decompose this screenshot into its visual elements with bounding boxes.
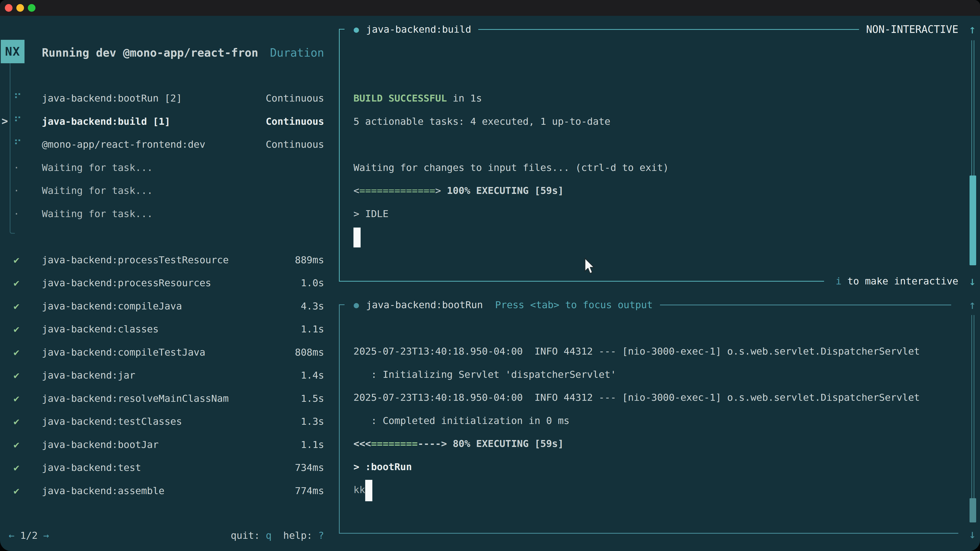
check-icon: ✔ — [14, 364, 19, 387]
task-duration: 1.0s — [301, 272, 324, 295]
task-duration: 1.3s — [301, 410, 324, 433]
task-row[interactable]: · Waiting for task... — [0, 156, 339, 179]
build-time-text: in 1s — [447, 93, 482, 104]
task-row[interactable]: ✔ java-backend:processTestResource 889ms — [0, 248, 339, 272]
pager: ← 1/2 → — [9, 530, 49, 541]
task-row[interactable]: ✔ java-backend:bootJar 1.1s — [0, 433, 339, 456]
bootrun-scroll-down-icon[interactable]: ↓ — [965, 523, 980, 546]
build-scrollbar-track[interactable] — [971, 40, 974, 176]
progress-status-text: 80% EXECUTING [59s] — [447, 438, 564, 449]
bootrun-pane-output: 2025-07-23T13:40:18.950-04:00 INFO 44312… — [353, 340, 920, 502]
check-icon: ✔ — [14, 318, 19, 341]
task-duration: 1.5s — [301, 387, 324, 410]
waiting-dot-icon: · — [14, 156, 19, 179]
task-row[interactable]: ✔ java-backend:testClasses 1.3s — [0, 410, 339, 433]
task-label: java-backend:classes — [42, 318, 159, 341]
check-icon: ✔ — [14, 248, 19, 272]
bootrun-pane-title: java-backend:bootRun — [366, 299, 483, 310]
bootrun-scrollbar-track[interactable] — [971, 315, 974, 498]
task-row[interactable]: ✔ java-backend:assemble 774ms — [0, 479, 339, 503]
check-icon: ✔ — [14, 433, 19, 456]
spinner-icon: ⠋ — [14, 110, 22, 133]
task-label: java-backend:jar — [42, 364, 135, 387]
task-duration: 889ms — [295, 248, 324, 272]
progress-bar-start: < — [353, 185, 360, 196]
task-row[interactable]: ✔ java-backend:processResources 1.0s — [0, 272, 339, 295]
mouse-cursor — [584, 258, 597, 276]
build-successful-text: BUILD SUCCESSFUL — [353, 93, 447, 104]
task-label: Waiting for task... — [42, 202, 153, 225]
task-duration: 1.4s — [301, 364, 324, 387]
interactive-hint-key: i — [836, 275, 842, 287]
build-scroll-down-icon[interactable]: ↓ — [965, 270, 980, 292]
minimize-window-button[interactable] — [16, 4, 24, 12]
help-key: ? — [318, 530, 324, 541]
task-label: java-backend:bootRun [2] — [42, 87, 182, 110]
close-window-button[interactable] — [5, 4, 13, 12]
task-row[interactable]: ✔ java-backend:compileJava 4.3s — [0, 295, 339, 318]
progress-bar-start: <<< — [353, 438, 371, 449]
build-scroll-up-icon[interactable]: ↑ — [965, 18, 980, 41]
pager-page-indicator: 1/2 — [20, 530, 38, 541]
task-row[interactable]: ⠋ @mono-app/react-frontend:dev Continuou… — [0, 133, 339, 156]
task-duration: 1.1s — [301, 433, 324, 456]
task-row[interactable]: ✔ java-backend:resolveMainClassNam 1.5s — [0, 387, 339, 410]
bootrun-pane-bottom-border — [339, 533, 958, 534]
keyboard-hints: quit: q help: ? — [196, 519, 324, 551]
build-scrollbar-thumb[interactable] — [969, 176, 976, 265]
task-row[interactable]: ⠋ java-backend:bootRun [2] Continuous — [0, 87, 339, 110]
log-line: 2025-07-23T13:40:18.950-04:00 INFO 44312… — [353, 340, 920, 363]
task-row[interactable]: ✔ java-backend:compileTestJava 808ms — [0, 341, 339, 364]
nx-logo-text: NX — [5, 44, 20, 59]
check-icon: ✔ — [14, 456, 19, 479]
run-command-title: Running dev @mono-app/react-fron — [42, 46, 258, 59]
actionable-tasks-line: 5 actionable tasks: 4 executed, 1 up-to-… — [353, 110, 669, 133]
task-label: java-backend:assemble — [42, 479, 164, 503]
nx-logo: NX — [1, 40, 24, 63]
build-pane-output: BUILD SUCCESSFUL in 1s 5 actionable task… — [353, 87, 669, 248]
log-line: : Initializing Servlet 'dispatcherServle… — [353, 363, 920, 386]
task-status-dot-icon: ● — [354, 24, 359, 35]
bootrun-scroll-up-icon[interactable]: ↑ — [965, 293, 980, 316]
build-pane-header-rule — [478, 29, 859, 30]
bootrun-prompt-line: > :bootRun — [353, 455, 920, 478]
waiting-for-changes-line: Waiting for changes to input files... (c… — [353, 156, 669, 179]
task-row[interactable]: ✔ java-backend:jar 1.4s — [0, 364, 339, 387]
pager-prev-icon[interactable]: ← — [9, 530, 14, 541]
interactive-hint: i to make interactive — [836, 275, 958, 287]
log-line: : Completed initialization in 0 ms — [353, 409, 920, 432]
task-label: Waiting for task... — [42, 179, 153, 202]
bootrun-scrollbar-thumb[interactable] — [969, 498, 976, 522]
task-list-header: Running dev @mono-app/react-fron Duratio… — [42, 41, 324, 64]
task-row[interactable]: · Waiting for task... — [0, 179, 339, 202]
maximize-window-button[interactable] — [28, 4, 35, 12]
build-pane-title: java-backend:build — [366, 24, 471, 35]
task-row[interactable]: ✔ java-backend:test 734ms — [0, 456, 339, 479]
task-label: java-backend:resolveMainClassNam — [42, 387, 229, 410]
focus-output-hint: Press <tab> to focus output — [495, 299, 653, 310]
duration-column-header: Duration — [270, 46, 324, 59]
check-icon: ✔ — [14, 387, 19, 410]
build-pane-bottom-rule — [339, 281, 824, 282]
check-icon: ✔ — [14, 272, 19, 295]
check-icon: ✔ — [14, 410, 19, 433]
task-row[interactable]: · Waiting for task... — [0, 202, 339, 225]
task-row[interactable]: ✔ java-backend:classes 1.1s — [0, 318, 339, 341]
build-pane-header: ● java-backend:build NON-INTERACTIVE — [339, 18, 958, 41]
task-label: java-backend:bootJar — [42, 433, 159, 456]
spinner-icon: ⠋ — [14, 87, 22, 110]
typed-text: kk — [353, 484, 365, 495]
pager-next-icon[interactable]: → — [43, 530, 49, 541]
terminal-cursor — [353, 227, 361, 248]
task-label: Waiting for task... — [42, 156, 153, 179]
bootrun-progress-line: <<<========----> 80% EXECUTING [59s] — [353, 432, 920, 455]
waiting-dot-icon: · — [14, 179, 19, 202]
task-duration: 774ms — [295, 479, 324, 503]
task-duration: Continuous — [266, 133, 324, 156]
blank-line — [353, 133, 669, 156]
task-label: java-backend:compileJava — [42, 295, 182, 318]
waiting-dot-icon: · — [14, 202, 19, 225]
task-row-selected[interactable]: ⠋ java-backend:build [1] Continuous — [0, 110, 339, 133]
task-duration: 1.1s — [301, 318, 324, 341]
log-line: 2025-07-23T13:40:18.950-04:00 INFO 44312… — [353, 386, 920, 409]
